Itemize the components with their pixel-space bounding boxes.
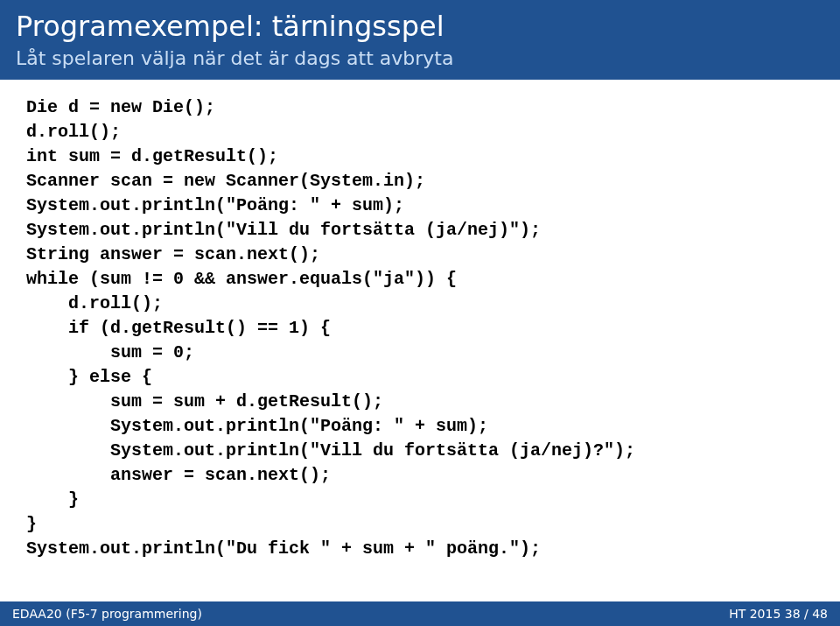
code-block: Die d = new Die(); d.roll(); int sum = d… bbox=[26, 95, 814, 561]
slide-content: Die d = new Die(); d.roll(); int sum = d… bbox=[0, 80, 840, 561]
slide-footer: EDAA20 (F5-7 programmering) HT 2015 38 /… bbox=[0, 601, 840, 626]
slide-header: Programexempel: tärningsspel Låt spelare… bbox=[0, 0, 840, 80]
slide-subtitle: Låt spelaren välja när det är dags att a… bbox=[16, 47, 824, 69]
footer-page: HT 2015 38 / 48 bbox=[729, 607, 828, 621]
footer-course: EDAA20 (F5-7 programmering) bbox=[12, 607, 202, 621]
slide-title: Programexempel: tärningsspel bbox=[16, 9, 824, 46]
